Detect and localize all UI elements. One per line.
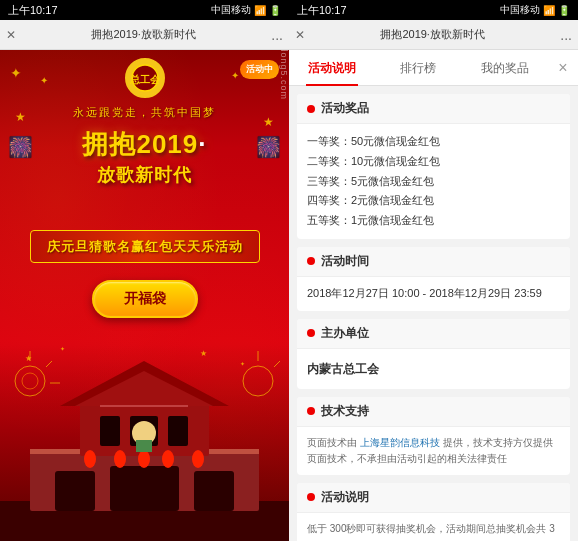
- left-browser-title: 拥抱2019·放歌新时代: [20, 27, 267, 42]
- svg-point-18: [138, 450, 150, 468]
- svg-rect-15: [168, 416, 188, 446]
- slogan-text: 永远跟党走，共筑中国梦: [73, 105, 216, 120]
- left-status-bar: 上午10:17 中国移动 📶 🔋: [0, 0, 289, 20]
- star-deco-4: ★: [15, 110, 26, 124]
- activity-tag: 活动中: [240, 60, 279, 79]
- prizes-dot: [307, 105, 315, 113]
- main-subtitle: 放歌新时代: [15, 163, 275, 187]
- left-battery-icon: 🔋: [269, 5, 281, 16]
- tech-company-name: 上海星韵信息科技: [360, 437, 440, 448]
- svg-text:总工会: 总工会: [130, 74, 160, 85]
- svg-point-17: [114, 450, 126, 468]
- activity-banner-text: 庆元旦猜歌名赢红包天天乐活动: [47, 239, 243, 254]
- activity-desc-text: 低于 300秒即可获得抽奖机会，活动期间总抽奖机会共 3: [307, 521, 560, 537]
- star-deco-2: ✦: [40, 75, 48, 86]
- right-more-button[interactable]: ...: [560, 27, 572, 43]
- organizer-header: 主办单位: [297, 319, 570, 349]
- org-logo: 总工会: [125, 58, 165, 98]
- svg-rect-13: [100, 416, 120, 446]
- tech-header: 技术支持: [297, 397, 570, 427]
- organizer-header-label: 主办单位: [321, 325, 369, 342]
- svg-point-16: [84, 450, 96, 468]
- prizes-header-label: 活动奖品: [321, 100, 369, 117]
- right-signal: 中国移动: [500, 3, 540, 17]
- main-title-area: 拥抱2019· 放歌新时代: [15, 130, 275, 187]
- tech-section: 技术支持 页面技术由 上海星韵信息科技 提供，技术支持方仅提供页面技术，不承担由…: [297, 397, 570, 475]
- time-header-label: 活动时间: [321, 253, 369, 270]
- left-status-time: 上午10:17: [8, 3, 58, 18]
- main-title-part1: 拥抱2019: [82, 129, 198, 159]
- tech-dot: [307, 407, 315, 415]
- time-header: 活动时间: [297, 247, 570, 277]
- left-wifi-icon: 📶: [254, 5, 266, 16]
- prize-3: 三等奖：5元微信现金红包: [307, 172, 560, 192]
- main-title-cn: 拥抱2019·: [15, 130, 275, 159]
- svg-rect-34: [136, 440, 152, 452]
- star-deco-5: ★: [263, 115, 274, 129]
- prize-5: 五等奖：1元微信现金红包: [307, 211, 560, 231]
- left-more-button[interactable]: ...: [271, 27, 283, 43]
- left-close-button[interactable]: ✕: [6, 28, 16, 42]
- left-browser-bar: ✕ 拥抱2019·放歌新时代 ...: [0, 20, 289, 50]
- main-title-sep: ·: [198, 129, 206, 159]
- svg-text:★: ★: [25, 354, 32, 363]
- organizer-section: 主办单位 内蒙古总工会: [297, 319, 570, 389]
- left-main-content: huodong5.com 总工会 活动中 ✦ ✦ ✦ ★ ★ 永远跟党走，共筑中…: [0, 50, 289, 541]
- right-status-icons: 中国移动 📶 🔋: [500, 3, 570, 17]
- tech-support-text: 页面技术由 上海星韵信息科技 提供，技术支持方仅提供页面技术，不承担由活动引起的…: [307, 435, 560, 467]
- right-panel: 上午10:17 中国移动 📶 🔋 ✕ 拥抱2019·放歌新时代 ... 活动说明…: [289, 0, 578, 541]
- tech-header-label: 技术支持: [321, 403, 369, 420]
- svg-text:✦: ✦: [60, 346, 65, 352]
- right-status-time: 上午10:17: [297, 3, 347, 18]
- tab-activity-desc[interactable]: 活动说明: [289, 50, 375, 86]
- activity-desc-dot: [307, 493, 315, 501]
- arch-illustration: ★ ★ ✦ ✦: [0, 341, 289, 541]
- activity-desc-header-label: 活动说明: [321, 489, 369, 506]
- left-signal: 中国移动: [211, 3, 251, 17]
- firework-right: 🎆: [256, 135, 281, 159]
- time-body: 2018年12月27日 10:00 - 2018年12月29日 23:59: [297, 277, 570, 311]
- prizes-section: 活动奖品 一等奖：50元微信现金红包 二等奖：10元微信现金红包 三等奖：5元微…: [297, 94, 570, 239]
- right-status-bar: 上午10:17 中国移动 📶 🔋: [289, 0, 578, 20]
- left-status-icons: 中国移动 📶 🔋: [211, 3, 281, 17]
- activity-desc-header: 活动说明: [297, 483, 570, 513]
- open-box-button[interactable]: 开福袋: [92, 280, 198, 318]
- time-section: 活动时间 2018年12月27日 10:00 - 2018年12月29日 23:…: [297, 247, 570, 311]
- prize-2: 二等奖：10元微信现金红包: [307, 152, 560, 172]
- svg-rect-7: [55, 471, 95, 511]
- tab-close-button[interactable]: ×: [548, 50, 578, 86]
- activity-desc-section: 活动说明 低于 300秒即可获得抽奖机会，活动期间总抽奖机会共 3: [297, 483, 570, 541]
- star-deco-3: ✦: [231, 70, 239, 81]
- svg-text:★: ★: [200, 349, 207, 358]
- prize-4: 四等奖：2元微信现金红包: [307, 191, 560, 211]
- organizer-body: 内蒙古总工会: [297, 349, 570, 389]
- watermark: huodong5.com: [279, 50, 289, 100]
- right-wifi-icon: 📶: [543, 5, 555, 16]
- activity-desc-body: 低于 300秒即可获得抽奖机会，活动期间总抽奖机会共 3: [297, 513, 570, 541]
- right-content: 活动奖品 一等奖：50元微信现金红包 二等奖：10元微信现金红包 三等奖：5元微…: [289, 86, 578, 541]
- tech-body: 页面技术由 上海星韵信息科技 提供，技术支持方仅提供页面技术，不承担由活动引起的…: [297, 427, 570, 475]
- right-battery-icon: 🔋: [558, 5, 570, 16]
- right-close-button[interactable]: ✕: [295, 28, 305, 42]
- firework-left: 🎆: [8, 135, 33, 159]
- svg-text:✦: ✦: [240, 361, 245, 367]
- prize-1: 一等奖：50元微信现金红包: [307, 132, 560, 152]
- organizer-dot: [307, 329, 315, 337]
- prizes-header: 活动奖品: [297, 94, 570, 124]
- star-deco-1: ✦: [10, 65, 22, 81]
- tabs-bar: 活动说明 排行榜 我的奖品 ×: [289, 50, 578, 86]
- svg-rect-6: [110, 466, 179, 511]
- time-value: 2018年12月27日 10:00 - 2018年12月29日 23:59: [307, 285, 560, 303]
- left-panel: 上午10:17 中国移动 📶 🔋 ✕ 拥抱2019·放歌新时代 ... huod…: [0, 0, 289, 541]
- tab-my-prizes[interactable]: 我的奖品: [462, 50, 548, 86]
- svg-point-19: [162, 450, 174, 468]
- svg-rect-8: [194, 471, 234, 511]
- right-browser-bar: ✕ 拥抱2019·放歌新时代 ...: [289, 20, 578, 50]
- time-dot: [307, 257, 315, 265]
- activity-banner: 庆元旦猜歌名赢红包天天乐活动: [30, 230, 260, 263]
- svg-point-20: [192, 450, 204, 468]
- tab-leaderboard[interactable]: 排行榜: [375, 50, 461, 86]
- right-browser-title: 拥抱2019·放歌新时代: [309, 27, 556, 42]
- organizer-name: 内蒙古总工会: [307, 357, 560, 381]
- prizes-body: 一等奖：50元微信现金红包 二等奖：10元微信现金红包 三等奖：5元微信现金红包…: [297, 124, 570, 239]
